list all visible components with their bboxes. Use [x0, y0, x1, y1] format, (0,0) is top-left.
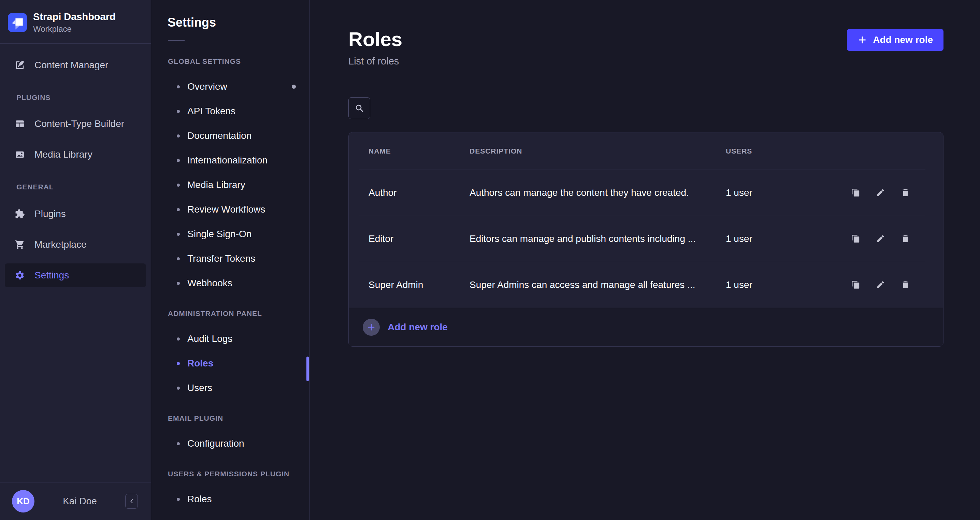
avatar[interactable]: KD: [12, 490, 35, 512]
row-actions: [851, 280, 923, 289]
trash-icon: [901, 188, 910, 197]
sidebar-item-content-type-builder[interactable]: Content-Type Builder: [5, 113, 146, 135]
table-row-super-admin[interactable]: Super Admin Super Admins can access and …: [349, 262, 943, 308]
sidebar-item-media-library[interactable]: Media Library: [5, 143, 146, 166]
plus-icon: [858, 35, 867, 45]
subnav-item-media-library[interactable]: Media Library: [151, 173, 310, 197]
bullet-icon: [177, 134, 180, 137]
subnav-section-global-settings: GLOBAL SETTINGS: [168, 57, 310, 65]
subnav-list-users-permissions-plugin: Roles: [151, 487, 310, 512]
bullet-icon: [177, 498, 180, 501]
delete-role-button[interactable]: [901, 234, 910, 243]
duplicate-role-button[interactable]: [851, 280, 860, 289]
plus-icon: [367, 323, 376, 332]
user-name: Kai Doe: [38, 496, 122, 507]
subnav-item-audit-logs[interactable]: Audit Logs: [151, 326, 310, 351]
pencil-icon: [876, 234, 885, 243]
bullet-icon: [177, 257, 180, 260]
footer-add-role-button[interactable]: [363, 319, 380, 336]
pencil-icon: [876, 188, 885, 197]
subnav-item-documentation[interactable]: Documentation: [151, 124, 310, 148]
duplicate-role-button[interactable]: [851, 234, 860, 243]
cart-icon: [15, 240, 25, 250]
footer-add-role-label: Add new role: [388, 322, 448, 333]
edit-role-button[interactable]: [876, 188, 885, 197]
subnav-item-up-roles[interactable]: Roles: [151, 487, 310, 512]
search-button[interactable]: [348, 97, 370, 119]
table-header-row: NAME DESCRIPTION USERS: [349, 132, 943, 170]
page-subtitle: List of roles: [348, 55, 402, 67]
subnav-item-overview[interactable]: Overview: [151, 75, 310, 99]
column-header-name: NAME: [369, 147, 469, 155]
page-header: Roles List of roles Add new role: [348, 0, 943, 67]
subnav-item-users[interactable]: Users: [151, 376, 310, 400]
role-users: 1 user: [726, 234, 851, 244]
subnav-title: Settings: [167, 15, 310, 30]
add-new-role-button[interactable]: Add new role: [847, 29, 943, 51]
subnav-item-label: API Tokens: [187, 106, 235, 117]
subnav-item-label: Roles: [187, 358, 213, 369]
table-footer-add-row[interactable]: Add new role: [349, 308, 943, 346]
bullet-icon: [177, 233, 180, 236]
subnav-item-configuration[interactable]: Configuration: [151, 431, 310, 456]
sidebar-collapse-button[interactable]: [125, 494, 138, 509]
sidebar-item-plugins[interactable]: Plugins: [5, 203, 146, 225]
column-header-description: DESCRIPTION: [469, 147, 726, 155]
subnav-item-label: Audit Logs: [187, 333, 232, 344]
table-row-editor[interactable]: Editor Editors can manage and publish co…: [349, 216, 943, 262]
bullet-icon: [177, 282, 180, 285]
subnav-item-label: Review Workflows: [187, 204, 265, 215]
duplicate-icon: [851, 234, 860, 243]
subnav-item-webhooks[interactable]: Webhooks: [151, 271, 310, 296]
bullet-icon: [177, 386, 180, 390]
layout-icon: [15, 119, 25, 129]
main-sidebar: Strapi Dashboard Workplace Content Manag…: [0, 0, 151, 520]
delete-role-button[interactable]: [901, 188, 910, 197]
subnav-list-administration-panel: Audit Logs Roles Users: [151, 326, 310, 400]
sidebar-item-label: Plugins: [35, 208, 66, 219]
workspace-brand[interactable]: Strapi Dashboard Workplace: [0, 0, 151, 43]
delete-role-button[interactable]: [901, 280, 910, 289]
sidebar-item-settings[interactable]: Settings: [5, 263, 146, 287]
duplicate-role-button[interactable]: [851, 188, 860, 197]
user-row: KD Kai Doe: [0, 482, 151, 520]
role-users: 1 user: [726, 280, 851, 290]
sidebar-nav: Content Manager PLUGINS Content-Type Bui…: [0, 44, 151, 482]
puzzle-icon: [15, 209, 25, 219]
bullet-icon: [177, 337, 180, 340]
subnav-item-label: Documentation: [187, 130, 251, 141]
subnav-item-roles[interactable]: Roles: [151, 351, 310, 376]
edit-role-button[interactable]: [876, 280, 885, 289]
subnav-item-transfer-tokens[interactable]: Transfer Tokens: [151, 246, 310, 271]
subnav-item-label: Single Sign-On: [187, 229, 251, 240]
subnav-item-internationalization[interactable]: Internationalization: [151, 148, 310, 173]
table-toolbar: [348, 97, 943, 119]
sidebar-item-marketplace[interactable]: Marketplace: [5, 234, 146, 256]
bullet-icon: [177, 442, 180, 445]
sidebar-item-label: Content-Type Builder: [35, 118, 124, 129]
sidebar-item-content-manager[interactable]: Content Manager: [5, 54, 146, 76]
subnav-item-single-sign-on[interactable]: Single Sign-On: [151, 222, 310, 246]
table-row-author[interactable]: Author Authors can manage the content th…: [349, 170, 943, 216]
bullet-icon: [177, 85, 180, 88]
subnav-item-label: Roles: [187, 494, 212, 505]
subnav-item-api-tokens[interactable]: API Tokens: [151, 99, 310, 124]
edit-role-button[interactable]: [876, 234, 885, 243]
bullet-icon: [177, 159, 180, 162]
subnav-item-label: Webhooks: [187, 278, 232, 289]
sidebar-item-label: Settings: [35, 270, 69, 281]
subnav-item-label: Users: [187, 383, 212, 393]
subnav-list-email-plugin: Configuration: [151, 431, 310, 456]
strapi-logo-icon: [8, 13, 27, 32]
subnav-item-label: Media Library: [187, 180, 245, 191]
role-name: Editor: [369, 234, 469, 244]
role-users: 1 user: [726, 187, 851, 198]
trash-icon: [901, 234, 910, 243]
subnav-item-label: Transfer Tokens: [187, 253, 255, 264]
subnav-item-label: Configuration: [187, 438, 244, 449]
bullet-icon: [177, 362, 180, 365]
subnav-title-rule: [168, 40, 185, 41]
subnav-item-review-workflows[interactable]: Review Workflows: [151, 197, 310, 222]
subnav-scrollbar-thumb[interactable]: [306, 356, 309, 381]
bullet-icon: [177, 208, 180, 211]
